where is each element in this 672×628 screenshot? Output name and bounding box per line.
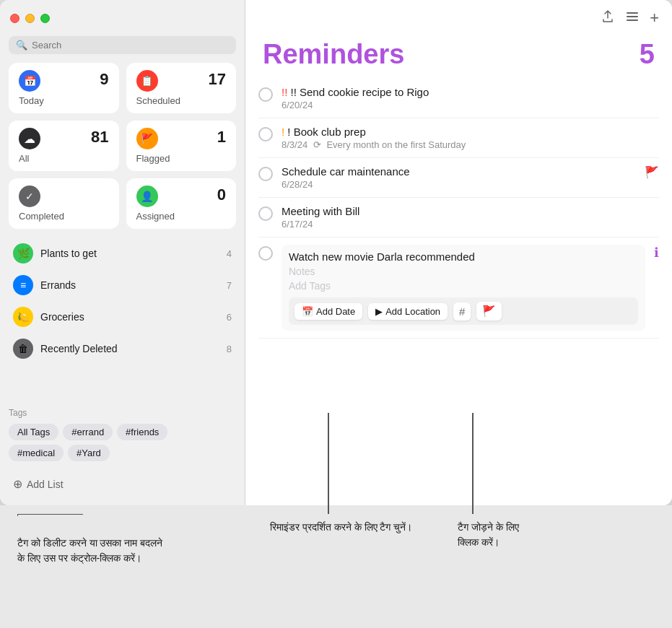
search-icon: 🔍 xyxy=(16,40,27,51)
add-tags-field[interactable]: Add Tags xyxy=(289,280,638,292)
reminder-title: !! !! Send cookie recipe to Rigo xyxy=(282,86,659,98)
assigned-icon: 👤 xyxy=(136,186,158,207)
groceries-count: 6 xyxy=(227,312,232,323)
annotation-right: टैग जोड़ने के लिएक्लिक करें। xyxy=(429,514,588,550)
tag-all-tags[interactable]: All Tags xyxy=(9,424,58,440)
plants-count: 4 xyxy=(227,248,232,259)
tags-header: Tags xyxy=(9,408,236,418)
reminder-checkbox[interactable] xyxy=(258,246,273,261)
reminder-checkbox[interactable] xyxy=(258,167,273,181)
scheduled-label: Scheduled xyxy=(136,95,227,106)
groceries-name: Groceries xyxy=(40,311,219,323)
completed-label: Completed xyxy=(19,211,109,222)
titlebar xyxy=(0,0,245,36)
annotations-area: टैग को डिलीट करने या उसका नाम बदलनेके लि… xyxy=(0,505,672,628)
maximize-button[interactable] xyxy=(40,14,50,23)
recently-deleted-icon: 🗑 xyxy=(13,339,33,359)
today-count: 9 xyxy=(100,70,108,89)
smart-list-all[interactable]: ☁ 81 All xyxy=(9,121,119,171)
search-input[interactable] xyxy=(32,40,229,51)
svg-rect-0 xyxy=(627,12,638,14)
svg-rect-2 xyxy=(627,19,638,21)
location-icon: ▶ xyxy=(375,306,383,317)
plants-icon: 🌿 xyxy=(13,243,33,263)
add-date-button[interactable]: 📅 Add Date xyxy=(294,303,362,320)
info-button[interactable]: ℹ xyxy=(654,245,659,261)
add-flag-button[interactable]: 🚩 xyxy=(476,302,502,320)
reminder-title: ! ! Book club prep xyxy=(282,126,659,138)
flagged-label: Flagged xyxy=(136,153,227,164)
tag-medical[interactable]: #medical xyxy=(9,445,64,461)
list-view-icon[interactable] xyxy=(625,9,640,27)
groceries-icon: 🍋 xyxy=(13,307,33,327)
scheduled-icon: 📋 xyxy=(136,70,158,92)
tags-row-1: All Tags #errand #friends xyxy=(9,424,236,440)
completed-icon: ✓ xyxy=(19,186,40,207)
annotation-left: टैग को डिलीट करने या उसका नाम बदलनेके लि… xyxy=(17,514,241,566)
tags-row-2: #medical #Yard xyxy=(9,445,236,461)
reminder-row: !! !! Send cookie recipe to Rigo 6/20/24 xyxy=(258,79,659,118)
custom-lists: 🌿 Plants to get 4 ≡ Errands 7 🍋 Grocerie… xyxy=(0,237,245,399)
smart-list-today[interactable]: 📅 9 Today xyxy=(9,63,119,113)
reminder-date: 8/3/24 ⟳ Every month on the first Saturd… xyxy=(282,139,659,150)
reminder-title: Meeting with Bill xyxy=(282,205,659,217)
main-toolbar: + xyxy=(245,0,672,36)
smart-list-scheduled[interactable]: 📋 17 Scheduled xyxy=(126,63,237,113)
sidebar: 🔍 📅 9 Today 📋 17 xyxy=(0,0,245,505)
page-title: Reminders xyxy=(263,39,404,70)
errands-name: Errands xyxy=(40,279,219,291)
reminder-title: Schedule car maintenance xyxy=(282,165,636,178)
share-icon[interactable] xyxy=(601,9,615,27)
smart-list-flagged[interactable]: 🚩 1 Flagged xyxy=(126,121,237,171)
reminder-body: Meeting with Bill 6/17/24 xyxy=(282,205,659,230)
annotation-mid: रिमाइंडर प्रदर्शित करने के लिए टैग चुनें… xyxy=(241,514,429,535)
list-item-errands[interactable]: ≡ Errands 7 xyxy=(9,269,236,301)
add-list-icon: ⊕ xyxy=(13,477,22,491)
list-item-plants[interactable]: 🌿 Plants to get 4 xyxy=(9,237,236,269)
flagged-icon: 🚩 xyxy=(136,128,158,149)
reminder-body: ! ! Book club prep 8/3/24 ⟳ Every month … xyxy=(282,126,659,150)
reminder-row: Schedule car maintenance 6/28/24 🚩 xyxy=(258,158,659,198)
today-label: Today xyxy=(19,95,109,106)
add-tag-button[interactable]: # xyxy=(453,302,471,320)
errands-icon: ≡ xyxy=(13,275,33,295)
close-button[interactable] xyxy=(10,14,19,23)
all-count: 81 xyxy=(91,128,108,147)
main-content: + Reminders 5 !! !! Send cookie recipe t… xyxy=(245,0,672,505)
errands-count: 7 xyxy=(227,280,232,291)
search-bar[interactable]: 🔍 xyxy=(9,36,236,54)
add-reminder-icon[interactable]: + xyxy=(650,9,659,27)
svg-rect-1 xyxy=(627,16,638,17)
plants-name: Plants to get xyxy=(40,248,219,259)
reminder-checkbox[interactable] xyxy=(258,127,273,141)
list-item-groceries[interactable]: 🍋 Groceries 6 xyxy=(9,301,236,333)
notes-field[interactable]: Notes xyxy=(289,266,638,277)
minimize-button[interactable] xyxy=(25,14,35,23)
reminder-action-bar: 📅 Add Date ▶ Add Location # 🚩 xyxy=(289,297,638,325)
reminder-checkbox[interactable] xyxy=(258,87,273,102)
priority-indicator: !! xyxy=(282,86,291,98)
tag-errand[interactable]: #errand xyxy=(63,424,113,440)
tags-section: Tags All Tags #errand #friends #medical … xyxy=(0,399,245,468)
reminder-title[interactable]: Watch new movie Darla recommended xyxy=(289,250,638,263)
tag-friends[interactable]: #friends xyxy=(117,424,167,440)
add-list-button[interactable]: ⊕ Add List xyxy=(9,471,236,497)
reminder-date: 6/17/24 xyxy=(282,219,659,230)
tag-yard[interactable]: #Yard xyxy=(68,445,110,461)
reminder-checkbox[interactable] xyxy=(258,206,273,221)
reminder-date: 6/28/24 xyxy=(282,179,636,190)
smart-list-assigned[interactable]: 👤 0 Assigned xyxy=(126,178,237,229)
reminders-count: 5 xyxy=(640,39,655,70)
list-item-recently-deleted[interactable]: 🗑 Recently Deleted 8 xyxy=(9,333,236,365)
reminder-body: !! !! Send cookie recipe to Rigo 6/20/24 xyxy=(282,86,659,110)
add-location-button[interactable]: ▶ Add Location xyxy=(368,303,448,320)
all-icon: ☁ xyxy=(19,128,40,149)
scheduled-count: 17 xyxy=(209,70,226,89)
reminder-body: Schedule car maintenance 6/28/24 xyxy=(282,165,636,190)
reminder-editing-body: Watch new movie Darla recommended Notes … xyxy=(282,245,645,331)
recently-deleted-count: 8 xyxy=(227,344,232,354)
reminder-row: ! ! Book club prep 8/3/24 ⟳ Every month … xyxy=(258,118,659,158)
reminder-row-editing: Watch new movie Darla recommended Notes … xyxy=(258,237,659,339)
recently-deleted-name: Recently Deleted xyxy=(40,343,219,354)
smart-list-completed[interactable]: ✓ Completed xyxy=(9,178,119,229)
